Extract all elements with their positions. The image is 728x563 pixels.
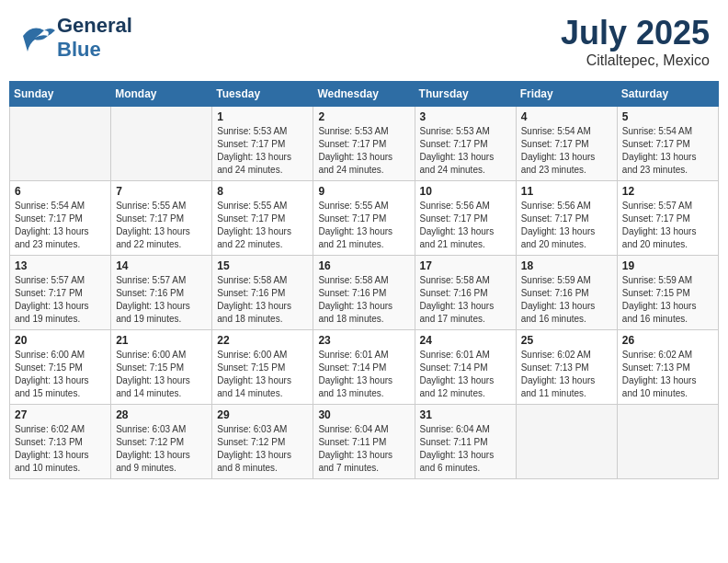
calendar-cell: 21Sunrise: 6:00 AMSunset: 7:15 PMDayligh…: [111, 330, 212, 405]
calendar-cell: 17Sunrise: 5:58 AMSunset: 7:16 PMDayligh…: [415, 256, 516, 330]
header-saturday: Saturday: [617, 82, 718, 107]
calendar-week-2: 6Sunrise: 5:54 AMSunset: 7:17 PMDaylight…: [10, 181, 719, 256]
day-number: 9: [318, 185, 409, 198]
day-number: 17: [420, 259, 511, 272]
day-number: 8: [217, 185, 308, 198]
day-detail: Sunrise: 5:59 AMSunset: 7:16 PMDaylight:…: [521, 274, 612, 326]
day-detail: Sunrise: 5:57 AMSunset: 7:16 PMDaylight:…: [116, 274, 207, 326]
calendar-week-5: 27Sunrise: 6:02 AMSunset: 7:13 PMDayligh…: [10, 405, 719, 479]
day-detail: Sunrise: 5:56 AMSunset: 7:17 PMDaylight:…: [420, 200, 511, 251]
day-number: 1: [217, 110, 308, 123]
calendar-title: July 2025: [561, 14, 710, 52]
logo-blue: Blue: [57, 38, 101, 62]
day-detail: Sunrise: 5:53 AMSunset: 7:17 PMDaylight:…: [420, 125, 511, 177]
day-number: 5: [622, 110, 713, 123]
day-number: 22: [217, 334, 308, 347]
day-detail: Sunrise: 5:53 AMSunset: 7:17 PMDaylight:…: [217, 125, 308, 177]
calendar-location: Citlaltepec, Mexico: [561, 52, 710, 69]
day-number: 20: [15, 334, 106, 347]
calendar-cell: 16Sunrise: 5:58 AMSunset: 7:16 PMDayligh…: [313, 256, 415, 330]
calendar-week-4: 20Sunrise: 6:00 AMSunset: 7:15 PMDayligh…: [10, 330, 719, 405]
day-detail: Sunrise: 5:56 AMSunset: 7:17 PMDaylight:…: [521, 200, 612, 251]
day-detail: Sunrise: 6:03 AMSunset: 7:12 PMDaylight:…: [116, 423, 207, 475]
day-number: 11: [521, 185, 612, 198]
day-detail: Sunrise: 5:58 AMSunset: 7:16 PMDaylight:…: [217, 274, 308, 326]
calendar-cell: 31Sunrise: 6:04 AMSunset: 7:11 PMDayligh…: [415, 405, 516, 479]
calendar-cell: [111, 107, 212, 181]
header-tuesday: Tuesday: [212, 82, 313, 107]
calendar-cell: 19Sunrise: 5:59 AMSunset: 7:15 PMDayligh…: [617, 256, 718, 330]
logo-general: General: [57, 14, 132, 38]
header-monday: Monday: [111, 82, 212, 107]
day-number: 14: [116, 259, 207, 272]
logo-icon: [18, 19, 57, 56]
calendar-cell: 6Sunrise: 5:54 AMSunset: 7:17 PMDaylight…: [10, 181, 111, 256]
day-detail: Sunrise: 6:01 AMSunset: 7:14 PMDaylight:…: [318, 349, 409, 400]
calendar-cell: 11Sunrise: 5:56 AMSunset: 7:17 PMDayligh…: [516, 181, 617, 256]
calendar-cell: 4Sunrise: 5:54 AMSunset: 7:17 PMDaylight…: [516, 107, 617, 181]
day-detail: Sunrise: 5:57 AMSunset: 7:17 PMDaylight:…: [15, 274, 106, 326]
day-detail: Sunrise: 6:00 AMSunset: 7:15 PMDaylight:…: [217, 349, 308, 400]
day-number: 4: [521, 110, 612, 123]
day-detail: Sunrise: 6:04 AMSunset: 7:11 PMDaylight:…: [318, 423, 409, 475]
calendar-cell: 27Sunrise: 6:02 AMSunset: 7:13 PMDayligh…: [10, 405, 111, 479]
day-number: 24: [420, 334, 511, 347]
day-detail: Sunrise: 5:58 AMSunset: 7:16 PMDaylight:…: [318, 274, 409, 326]
calendar-cell: 15Sunrise: 5:58 AMSunset: 7:16 PMDayligh…: [212, 256, 313, 330]
day-number: 30: [318, 408, 409, 421]
calendar-cell: 7Sunrise: 5:55 AMSunset: 7:17 PMDaylight…: [111, 181, 212, 256]
calendar-cell: 5Sunrise: 5:54 AMSunset: 7:17 PMDaylight…: [617, 107, 718, 181]
calendar-cell: 24Sunrise: 6:01 AMSunset: 7:14 PMDayligh…: [415, 330, 516, 405]
calendar-cell: 13Sunrise: 5:57 AMSunset: 7:17 PMDayligh…: [10, 256, 111, 330]
calendar-cell: [516, 405, 617, 479]
day-detail: Sunrise: 5:58 AMSunset: 7:16 PMDaylight:…: [420, 274, 511, 326]
calendar-table: SundayMondayTuesdayWednesdayThursdayFrid…: [9, 81, 719, 479]
calendar-week-3: 13Sunrise: 5:57 AMSunset: 7:17 PMDayligh…: [10, 256, 719, 330]
day-detail: Sunrise: 6:02 AMSunset: 7:13 PMDaylight:…: [521, 349, 612, 400]
logo: General Blue: [18, 14, 132, 62]
day-number: 21: [116, 334, 207, 347]
calendar-cell: 2Sunrise: 5:53 AMSunset: 7:17 PMDaylight…: [313, 107, 415, 181]
day-detail: Sunrise: 6:00 AMSunset: 7:15 PMDaylight:…: [15, 349, 106, 400]
page-container: General Blue July 2025 Citlaltepec, Mexi…: [9, 9, 719, 479]
day-detail: Sunrise: 6:00 AMSunset: 7:15 PMDaylight:…: [116, 349, 207, 400]
day-detail: Sunrise: 5:59 AMSunset: 7:15 PMDaylight:…: [622, 274, 713, 326]
day-detail: Sunrise: 5:55 AMSunset: 7:17 PMDaylight:…: [116, 200, 207, 251]
calendar-cell: 3Sunrise: 5:53 AMSunset: 7:17 PMDaylight…: [415, 107, 516, 181]
calendar-cell: 29Sunrise: 6:03 AMSunset: 7:12 PMDayligh…: [212, 405, 313, 479]
day-detail: Sunrise: 6:03 AMSunset: 7:12 PMDaylight:…: [217, 423, 308, 475]
day-number: 29: [217, 408, 308, 421]
day-detail: Sunrise: 5:54 AMSunset: 7:17 PMDaylight:…: [15, 200, 106, 251]
day-number: 18: [521, 259, 612, 272]
calendar-cell: 9Sunrise: 5:55 AMSunset: 7:17 PMDaylight…: [313, 181, 415, 256]
calendar-cell: 22Sunrise: 6:00 AMSunset: 7:15 PMDayligh…: [212, 330, 313, 405]
day-number: 19: [622, 259, 713, 272]
calendar-cell: 25Sunrise: 6:02 AMSunset: 7:13 PMDayligh…: [516, 330, 617, 405]
header-friday: Friday: [516, 82, 617, 107]
day-number: 13: [15, 259, 106, 272]
day-number: 15: [217, 259, 308, 272]
day-detail: Sunrise: 5:55 AMSunset: 7:17 PMDaylight:…: [217, 200, 308, 251]
day-number: 10: [420, 185, 511, 198]
day-number: 3: [420, 110, 511, 123]
day-number: 31: [420, 408, 511, 421]
calendar-cell: 30Sunrise: 6:04 AMSunset: 7:11 PMDayligh…: [313, 405, 415, 479]
day-detail: Sunrise: 5:54 AMSunset: 7:17 PMDaylight:…: [622, 125, 713, 177]
calendar-cell: 23Sunrise: 6:01 AMSunset: 7:14 PMDayligh…: [313, 330, 415, 405]
header-sunday: Sunday: [10, 82, 111, 107]
day-number: 2: [318, 110, 409, 123]
day-number: 12: [622, 185, 713, 198]
calendar-week-1: 1Sunrise: 5:53 AMSunset: 7:17 PMDaylight…: [10, 107, 719, 181]
day-number: 28: [116, 408, 207, 421]
title-block: July 2025 Citlaltepec, Mexico: [561, 14, 710, 69]
day-detail: Sunrise: 6:04 AMSunset: 7:11 PMDaylight:…: [420, 423, 511, 475]
calendar-cell: 8Sunrise: 5:55 AMSunset: 7:17 PMDaylight…: [212, 181, 313, 256]
header-thursday: Thursday: [415, 82, 516, 107]
logo-text-block: General Blue: [57, 14, 132, 62]
calendar-cell: [10, 107, 111, 181]
day-number: 6: [15, 185, 106, 198]
calendar-cell: 10Sunrise: 5:56 AMSunset: 7:17 PMDayligh…: [415, 181, 516, 256]
day-number: 26: [622, 334, 713, 347]
calendar-cell: 20Sunrise: 6:00 AMSunset: 7:15 PMDayligh…: [10, 330, 111, 405]
calendar-cell: 14Sunrise: 5:57 AMSunset: 7:16 PMDayligh…: [111, 256, 212, 330]
